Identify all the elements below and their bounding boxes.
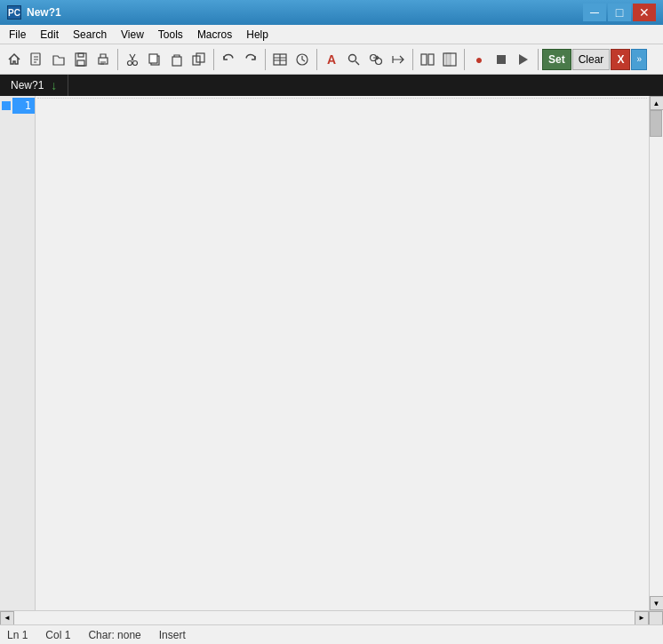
svg-point-6 <box>133 60 138 65</box>
toolbar-separator-5 <box>412 49 413 70</box>
menu-macros[interactable]: Macros <box>190 25 239 44</box>
undo-button[interactable] <box>218 49 239 70</box>
menu-tools[interactable]: Tools <box>151 25 190 44</box>
cut-button[interactable] <box>122 49 143 70</box>
menu-bar: File Edit Search View Tools Macros Help <box>0 25 663 44</box>
editor-with-scrollbar: 1 ▲ ▼ ◄ ► <box>0 96 663 624</box>
app-icon: PC <box>7 5 21 20</box>
paste-button[interactable] <box>166 49 188 70</box>
tab-new1[interactable]: New?1 ↓ <box>0 75 68 96</box>
tab-spacer <box>68 75 663 96</box>
line-number-1: 1 <box>12 98 35 114</box>
main-area: 1 ▲ ▼ ◄ ► <box>0 96 663 644</box>
clear-button[interactable]: Clear <box>572 49 611 70</box>
h-scroll-track[interactable] <box>14 611 635 624</box>
scroll-down-button[interactable]: ▼ <box>650 596 664 610</box>
tab-label: New?1 <box>11 79 44 91</box>
editor-content-row: 1 ▲ ▼ <box>0 96 663 610</box>
cursor-line <box>37 98 647 114</box>
spellcheck-button[interactable]: A <box>321 49 342 70</box>
find-button[interactable] <box>343 49 364 70</box>
line-numbers: 1 <box>0 96 36 610</box>
goto-button[interactable] <box>387 49 409 70</box>
x-button[interactable]: X <box>611 49 630 70</box>
macroplay-button[interactable] <box>513 49 534 70</box>
datetime-button[interactable] <box>292 49 313 70</box>
svg-rect-21 <box>497 55 506 64</box>
menu-help[interactable]: Help <box>239 25 276 44</box>
svg-rect-20 <box>446 53 451 66</box>
scroll-track[interactable] <box>650 110 663 596</box>
compare-button[interactable] <box>417 49 438 70</box>
replace-button[interactable] <box>365 49 387 70</box>
scroll-thumb[interactable] <box>650 110 662 137</box>
menu-view[interactable]: View <box>114 25 151 44</box>
menu-search[interactable]: Search <box>66 25 114 44</box>
columnselect-button[interactable] <box>439 49 460 70</box>
status-char: Char: none <box>88 629 140 641</box>
toolbar-separator-6 <box>464 49 465 70</box>
table-button[interactable] <box>269 49 291 70</box>
toolbar-more-button[interactable]: » <box>631 49 647 70</box>
set-button[interactable]: Set <box>542 49 571 70</box>
status-ln: Ln 1 <box>7 629 28 641</box>
clone-button[interactable] <box>188 49 210 70</box>
line-number-row-1: 1 <box>0 98 35 114</box>
menu-file[interactable]: File <box>2 25 33 44</box>
toolbar: A ● <box>0 44 663 75</box>
copy-button[interactable] <box>144 49 165 70</box>
svg-rect-18 <box>428 54 434 65</box>
redo-button[interactable] <box>240 49 261 70</box>
svg-rect-4 <box>99 58 108 64</box>
scrollbar-corner <box>649 611 663 625</box>
svg-rect-17 <box>421 54 427 65</box>
svg-rect-3 <box>77 60 84 66</box>
toolbar-separator-7 <box>538 49 539 70</box>
download-icon: ↓ <box>51 78 57 92</box>
vertical-scrollbar[interactable]: ▲ ▼ <box>649 96 663 610</box>
window-title: New?1 <box>27 6 61 19</box>
close-button[interactable]: ✕ <box>633 4 656 21</box>
svg-marker-22 <box>519 54 528 65</box>
title-bar-buttons: ─ □ ✕ <box>583 4 656 21</box>
svg-point-14 <box>349 54 356 61</box>
toolbar-separator-4 <box>316 49 317 70</box>
tab-bar: New?1 ↓ <box>0 75 663 96</box>
home-button[interactable] <box>4 49 25 70</box>
maximize-button[interactable]: □ <box>608 4 631 21</box>
svg-rect-2 <box>78 53 84 57</box>
save-button[interactable] <box>70 49 92 70</box>
svg-point-16 <box>376 58 382 64</box>
menu-edit[interactable]: Edit <box>33 25 66 44</box>
print-button[interactable] <box>92 49 114 70</box>
status-col: Col 1 <box>45 629 70 641</box>
editor-main: 1 ▲ ▼ ◄ ► <box>0 96 663 624</box>
macrorec-button[interactable]: ● <box>468 49 490 70</box>
line-marker-1 <box>2 101 11 110</box>
minimize-button[interactable]: ─ <box>583 4 606 21</box>
scroll-right-button[interactable]: ► <box>635 611 649 625</box>
toolbar-separator-1 <box>117 49 118 70</box>
macrostop-button[interactable] <box>491 49 512 70</box>
scroll-left-button[interactable]: ◄ <box>0 611 14 625</box>
new-button[interactable] <box>26 49 47 70</box>
status-mode: Insert <box>159 629 186 641</box>
svg-rect-9 <box>172 57 181 66</box>
scroll-up-button[interactable]: ▲ <box>650 96 664 110</box>
status-bar: Ln 1 Col 1 Char: none Insert <box>0 624 663 644</box>
toolbar-separator-2 <box>213 49 214 70</box>
editor-area[interactable] <box>36 96 649 610</box>
svg-rect-8 <box>149 54 157 63</box>
toolbar-separator-3 <box>265 49 266 70</box>
svg-point-5 <box>128 60 132 65</box>
title-bar: PC New?1 ─ □ ✕ <box>0 0 663 25</box>
horizontal-scrollbar[interactable]: ◄ ► <box>0 610 663 624</box>
open-button[interactable] <box>48 49 69 70</box>
